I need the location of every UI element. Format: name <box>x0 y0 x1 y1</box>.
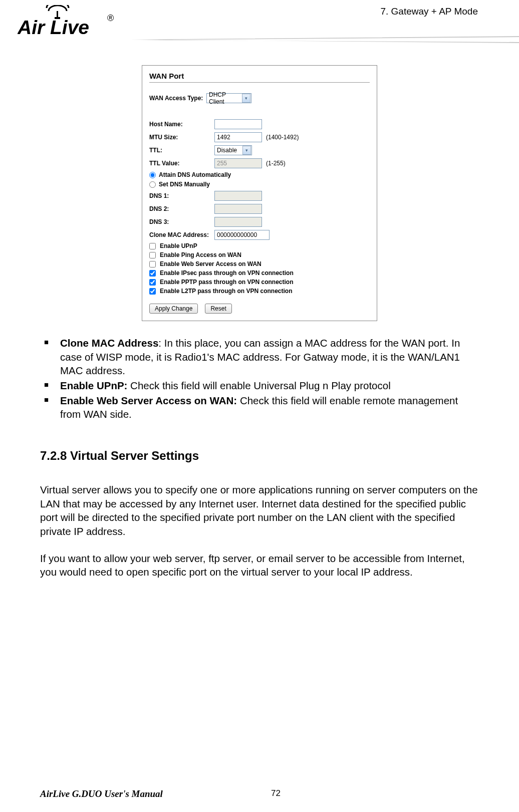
bullet-list: Clone MAC Address: In this place, you ca… <box>40 336 479 421</box>
header-separator <box>130 36 519 43</box>
check-label-5: Enable L2TP pass through on VPN connecti… <box>160 288 292 295</box>
dns-auto-label: Attain DNS Automatically <box>159 171 231 178</box>
mtu-range: (1400-1492) <box>266 134 299 141</box>
ttl-value-input[interactable] <box>214 158 262 168</box>
check-1[interactable] <box>149 252 156 258</box>
wan-access-type-label: WAN Access Type: <box>149 95 206 102</box>
mtu-label: MTU Size: <box>149 134 214 141</box>
wan-access-type-select[interactable]: DHCP Client ▾ <box>206 93 251 103</box>
panel-divider <box>149 82 370 83</box>
paragraph-1: Virtual server allows you to specify one… <box>40 483 479 538</box>
wan-port-panel: WAN Port WAN Access Type: DHCP Client ▾ … <box>142 65 377 321</box>
check-4[interactable] <box>149 279 156 286</box>
page-footer: AirLive G.DUO User's Manual 72 <box>40 788 479 799</box>
bullet-bold: Enable Web Server Access on WAN: <box>60 395 237 406</box>
check-label-2: Enable Web Server Access on WAN <box>160 260 262 267</box>
check-label-4: Enable PPTP pass through on VPN connecti… <box>160 279 293 286</box>
page-number: 72 <box>271 788 281 799</box>
chevron-down-icon: ▾ <box>242 146 251 155</box>
host-name-label: Host Name: <box>149 121 214 128</box>
panel-title: WAN Port <box>149 72 370 80</box>
check-3[interactable] <box>149 270 156 277</box>
dns3-label: DNS 3: <box>149 218 214 225</box>
clone-mac-input[interactable] <box>214 230 270 240</box>
bullet-item: Clone MAC Address: In this place, you ca… <box>40 336 479 378</box>
apply-change-button[interactable]: Apply Change <box>149 304 198 314</box>
ttl-value: Disable <box>217 147 240 154</box>
bullet-bold: Enable UPnP: <box>60 380 127 391</box>
ttl-value-range: (1-255) <box>266 160 286 167</box>
svg-text:®: ® <box>107 13 114 23</box>
dns1-input[interactable] <box>214 191 262 201</box>
page-header: Air Live ® 7. Gateway + AP Mode <box>0 0 519 65</box>
paragraph-2: If you want to allow your web server, ft… <box>40 552 479 579</box>
check-label-0: Enable UPnP <box>160 242 197 249</box>
mtu-input[interactable] <box>214 132 262 142</box>
dns1-label: DNS 1: <box>149 192 214 199</box>
check-5[interactable] <box>149 288 156 295</box>
check-2[interactable] <box>149 261 156 267</box>
manual-title: AirLive G.DUO User's Manual <box>40 788 163 799</box>
bullet-text: Check this field will enable Universal P… <box>127 380 390 391</box>
check-0[interactable] <box>149 243 156 249</box>
airlive-logo: Air Live ® <box>18 5 123 43</box>
wan-access-type-value: DHCP Client <box>209 91 242 105</box>
chevron-down-icon: ▾ <box>242 94 250 103</box>
ttl-label: TTL: <box>149 147 214 154</box>
svg-text:Air Live: Air Live <box>18 17 89 38</box>
svg-marker-4 <box>130 36 519 43</box>
reset-button[interactable]: Reset <box>205 304 231 314</box>
check-label-1: Enable Ping Access on WAN <box>160 251 241 258</box>
bullet-bold: Clone MAC Address <box>60 337 158 349</box>
host-name-input[interactable] <box>214 119 262 129</box>
dns3-input[interactable] <box>214 217 262 227</box>
dns2-label: DNS 2: <box>149 205 214 212</box>
check-label-3: Enable IPsec pass through on VPN connect… <box>160 269 294 277</box>
dns-manual-radio[interactable] <box>149 181 156 188</box>
section-heading: 7.2.8 Virtual Server Settings <box>40 449 479 463</box>
bullet-item: Enable Web Server Access on WAN: Check t… <box>40 394 479 421</box>
dns-auto-radio[interactable] <box>149 172 156 178</box>
bullet-item: Enable UPnP: Check this field will enabl… <box>40 379 479 393</box>
dns2-input[interactable] <box>214 204 262 214</box>
dns-manual-label: Set DNS Manually <box>159 181 210 188</box>
ttl-value-label: TTL Value: <box>149 160 214 167</box>
clone-mac-label: Clone MAC Address: <box>149 231 214 238</box>
chapter-title: 7. Gateway + AP Mode <box>380 6 478 17</box>
ttl-select[interactable]: Disable ▾ <box>214 145 252 155</box>
